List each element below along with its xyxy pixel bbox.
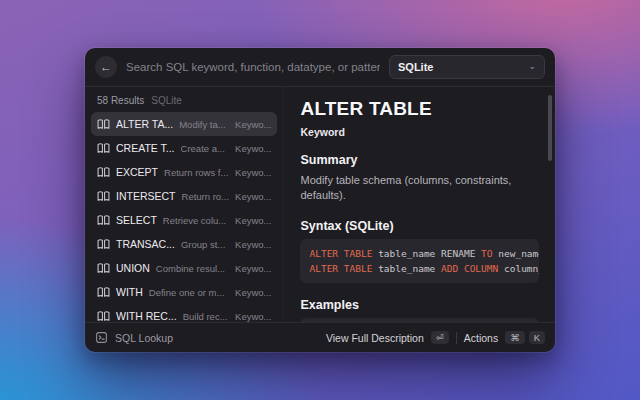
result-subtitle: Return ro... bbox=[182, 191, 230, 202]
detail-kind-label: Keyword bbox=[300, 126, 539, 138]
code-line: ALTER TABLE table_name RENAME TO new_nam… bbox=[309, 246, 530, 261]
list-item[interactable]: TRANSAC...Group st...Keywo... bbox=[91, 232, 277, 256]
list-item[interactable]: INTERSECTReturn ro...Keywo... bbox=[91, 184, 277, 208]
result-type-badge: Keywo... bbox=[235, 215, 271, 226]
result-title: EXCEPT bbox=[116, 166, 158, 178]
book-icon bbox=[97, 238, 110, 251]
list-item[interactable]: CREATE T...Create a...Keywo... bbox=[91, 136, 277, 160]
result-subtitle: Combine resul... bbox=[156, 263, 229, 274]
code-line: ALTER TABLE table_name ADD COLUMN column… bbox=[309, 261, 530, 276]
results-scope: SQLite bbox=[151, 95, 182, 106]
app-icon bbox=[95, 331, 108, 344]
result-title: UNION bbox=[116, 262, 150, 274]
footer-bar: SQL Lookup View Full Description ⏎ Actio… bbox=[85, 322, 555, 352]
result-type-badge: Keywo... bbox=[235, 311, 271, 322]
keycap-icon: K bbox=[529, 331, 545, 345]
result-type-badge: Keywo... bbox=[235, 191, 271, 202]
result-type-badge: Keywo... bbox=[235, 143, 271, 154]
result-subtitle: Create a... bbox=[181, 143, 230, 154]
actions-keycaps: ⌘K bbox=[505, 331, 545, 345]
result-title: INTERSECT bbox=[116, 190, 176, 202]
results-list: ALTER TA...Modify ta...Keywo...CREATE T.… bbox=[85, 111, 283, 322]
main-content: 58 Results SQLite ALTER TA...Modify ta..… bbox=[85, 87, 555, 322]
chevron-down-icon: ⌄ bbox=[528, 62, 536, 71]
book-icon bbox=[97, 262, 110, 275]
result-title: SELECT bbox=[116, 214, 157, 226]
book-icon bbox=[97, 190, 110, 203]
result-title: ALTER TA... bbox=[116, 118, 173, 130]
summary-text: Modify table schema (columns, constraint… bbox=[300, 173, 539, 204]
search-input[interactable] bbox=[126, 61, 380, 73]
results-header: 58 Results SQLite bbox=[85, 87, 283, 111]
result-subtitle: Retrieve colu... bbox=[163, 215, 229, 226]
return-key-icon: ⏎ bbox=[431, 331, 449, 345]
result-subtitle: Define one or m... bbox=[149, 287, 229, 298]
book-icon bbox=[97, 142, 110, 155]
book-icon bbox=[97, 310, 110, 323]
syntax-heading: Syntax (SQLite) bbox=[300, 219, 539, 233]
result-type-badge: Keywo... bbox=[235, 239, 271, 250]
list-item[interactable]: EXCEPTReturn rows f...Keywo... bbox=[91, 160, 277, 184]
result-subtitle: Return rows f... bbox=[164, 167, 229, 178]
book-icon bbox=[97, 166, 110, 179]
search-bar: ← SQLite ⌄ bbox=[85, 48, 555, 86]
result-subtitle: Build rec... bbox=[183, 311, 229, 322]
summary-heading: Summary bbox=[300, 153, 539, 167]
result-title: WITH REC... bbox=[116, 310, 177, 322]
book-icon bbox=[97, 286, 110, 299]
book-icon bbox=[97, 214, 110, 227]
dialect-dropdown[interactable]: SQLite ⌄ bbox=[389, 55, 545, 79]
footer-divider bbox=[456, 332, 457, 344]
result-subtitle: Modify ta... bbox=[179, 119, 229, 130]
dialect-dropdown-value: SQLite bbox=[398, 61, 433, 73]
book-icon bbox=[97, 118, 110, 131]
syntax-code-block: ALTER TABLE table_name RENAME TO new_nam… bbox=[300, 239, 539, 283]
result-subtitle: Group st... bbox=[181, 239, 229, 250]
result-type-badge: Keywo... bbox=[235, 167, 271, 178]
view-full-description-button[interactable]: View Full Description bbox=[326, 332, 424, 344]
detail-panel: ALTER TABLE Keyword Summary Modify table… bbox=[284, 87, 555, 322]
back-icon: ← bbox=[100, 60, 112, 74]
list-item[interactable]: WITH REC...Build rec...Keywo... bbox=[91, 304, 277, 322]
list-item[interactable]: ALTER TA...Modify ta...Keywo... bbox=[91, 112, 277, 136]
result-title: TRANSAC... bbox=[116, 238, 175, 250]
result-type-badge: Keywo... bbox=[235, 287, 271, 298]
examples-code-block: ALTER TABLE users ADD COLUMN last_login … bbox=[300, 318, 539, 322]
result-type-badge: Keywo... bbox=[235, 119, 271, 130]
result-type-badge: Keywo... bbox=[235, 263, 271, 274]
list-item[interactable]: SELECTRetrieve colu...Keywo... bbox=[91, 208, 277, 232]
keycap-icon: ⌘ bbox=[505, 331, 525, 345]
results-count: 58 Results bbox=[97, 95, 144, 106]
result-title: WITH bbox=[116, 286, 143, 298]
examples-heading: Examples bbox=[300, 298, 539, 312]
list-item[interactable]: UNIONCombine resul...Keywo... bbox=[91, 256, 277, 280]
actions-button[interactable]: Actions bbox=[464, 332, 498, 344]
result-title: CREATE T... bbox=[116, 142, 175, 154]
footer-app-name: SQL Lookup bbox=[115, 332, 173, 344]
back-button[interactable]: ← bbox=[95, 56, 117, 78]
sql-lookup-window: ← SQLite ⌄ 58 Results SQLite ALTER TA...… bbox=[85, 48, 555, 352]
results-panel: 58 Results SQLite ALTER TA...Modify ta..… bbox=[85, 87, 284, 322]
detail-title: ALTER TABLE bbox=[300, 98, 539, 120]
list-item[interactable]: WITHDefine one or m...Keywo... bbox=[91, 280, 277, 304]
detail-scrollbar[interactable] bbox=[548, 95, 552, 161]
footer-actions: View Full Description ⏎ Actions ⌘K bbox=[326, 331, 545, 345]
